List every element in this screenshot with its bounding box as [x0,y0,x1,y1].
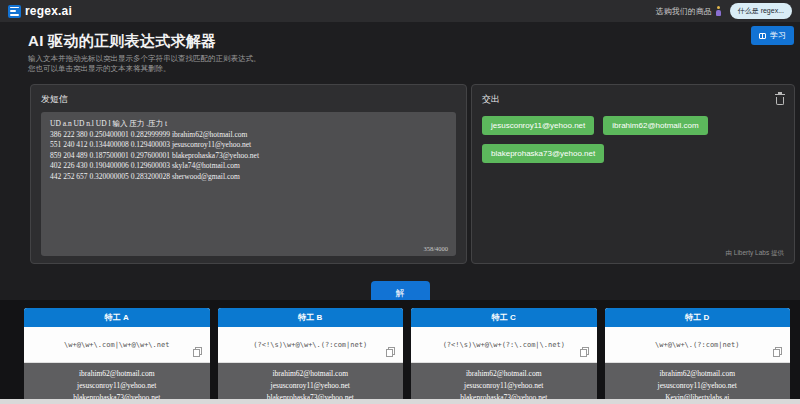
navbar-right: 选购我们的商品 什么是 regex... [656,3,792,19]
agent-match: ibrahim62@hotmail.com [411,368,597,380]
page-bottom-strip [0,399,800,404]
output-panel-head: 交出 [482,93,784,106]
agent-match: jesusconroy11@yehoo.net [411,380,597,392]
copy-icon[interactable] [580,347,589,357]
match-pill[interactable]: blakeprohaska73@yehoo.net [482,144,604,163]
top-navbar: regex.ai 选购我们的商品 什么是 regex... [0,0,800,22]
regex-ai-logo-icon [8,5,21,18]
book-icon [759,33,766,39]
agent-regex: (?<!\s)\w+@\w+\.(?:com|net) [247,341,373,349]
match-pills: jesusconroy11@yehoo.net ibrahim62@hotmai… [482,116,784,163]
agent-card-b: 特工 B (?<!\s)\w+@\w+\.(?:com|net) ibrahim… [218,308,404,404]
agent-match: jesusconroy11@yehoo.net [218,380,404,392]
hero-subtitle-line2: 您也可以单击突出显示的文本来将其删除。 [28,64,772,74]
agent-card-header: 特工 A [24,308,210,327]
input-text-line: 859 204 489 0.187500001 0.297600001 blak… [50,151,447,162]
learn-button-label: 学习 [770,30,786,41]
powered-by-label: 由 Liberty Labs 提供 [725,249,784,258]
agent-regex-area: \w+@\w+\.com|\w+@\w+\.net [24,327,210,363]
agent-match-list: ibrahim62@hotmail.com jesusconroy11@yeho… [24,363,210,404]
agent-regex: \w+@\w+\.com|\w+@\w+\.net [58,341,175,349]
agent-card-c: 特工 C (?<!\s)\w+@\w+(?:\.com|\.net) ibrah… [411,308,597,404]
agent-match: ibrahim62@hotmail.com [24,368,210,380]
char-counter: 358/4000 [423,245,448,252]
brand-name: regex.ai [25,4,72,18]
workspace-panels: 发短信 UD a.n UD n.l UD l 输入 压力 .压力 t 386 2… [30,84,795,264]
output-panel-title: 交出 [482,93,500,106]
agent-regex-area: (?<!\s)\w+@\w+(?:\.com|\.net) [411,327,597,363]
copy-icon[interactable] [773,347,782,357]
input-text-line: 442 252 657 0.320000005 0.283200028 sher… [50,172,447,183]
shop-products-label: 选购我们的商品 [656,6,712,17]
input-text-line: 386 222 380 0.250400001 0.282999999 ibra… [50,130,447,141]
input-panel: 发短信 UD a.n UD n.l UD l 输入 压力 .压力 t 386 2… [30,84,467,264]
person-icon [715,6,722,16]
agent-card-d: 特工 D \w+@\w+\.(?:com|net) ibrahim62@hotm… [605,308,791,404]
shop-products-link[interactable]: 选购我们的商品 [656,6,722,17]
input-text-line: UD a.n UD n.l UD l 输入 压力 .压力 t [50,119,447,130]
input-panel-title: 发短信 [41,93,456,106]
agent-regex-area: (?<!\s)\w+@\w+\.(?:com|net) [218,327,404,363]
input-textarea[interactable]: UD a.n UD n.l UD l 输入 压力 .压力 t 386 222 3… [41,112,456,256]
hero-subtitle-line1: 输入文本并拖动光标以突出显示多个字符串以查找匹配的正则表达式。 [28,54,772,64]
match-pill[interactable]: ibrahim62@hotmail.com [603,116,707,135]
agent-match: ibrahim62@hotmail.com [218,368,404,380]
match-pill[interactable]: jesusconroy11@yehoo.net [482,116,594,135]
agents-section: 特工 A \w+@\w+\.com|\w+@\w+\.net ibrahim62… [0,300,800,404]
agent-regex: \w+@\w+\.(?:com|net) [649,341,745,349]
agent-match: jesusconroy11@yehoo.net [605,380,791,392]
agent-card-a: 特工 A \w+@\w+\.com|\w+@\w+\.net ibrahim62… [24,308,210,404]
trash-icon[interactable] [776,97,784,105]
output-panel: 交出 jesusconroy11@yehoo.net ibrahim62@hot… [471,84,795,264]
hero-section: AI 驱动的正则表达式求解器 学习 输入文本并拖动光标以突出显示多个字符串以查找… [0,22,800,74]
input-text-line: 551 240 412 0.134400008 0.129400003 jesu… [50,140,447,151]
agent-card-header: 特工 D [605,308,791,327]
learn-button[interactable]: 学习 [751,26,794,45]
agent-card-header: 特工 C [411,308,597,327]
agent-match-list: ibrahim62@hotmail.com jesusconroy11@yeho… [411,363,597,404]
input-text-line: 402 226 430 0.190400006 0.129600003 skyl… [50,161,447,172]
agent-match: jesusconroy11@yehoo.net [24,380,210,392]
agent-match: ibrahim62@hotmail.com [605,368,791,380]
brand[interactable]: regex.ai [8,4,72,18]
agent-match-list: ibrahim62@hotmail.com jesusconroy11@yeho… [218,363,404,404]
copy-icon[interactable] [193,347,202,357]
copy-icon[interactable] [386,347,395,357]
agent-regex-area: \w+@\w+\.(?:com|net) [605,327,791,363]
agent-regex: (?<!\s)\w+@\w+(?:\.com|\.net) [437,341,571,349]
page-title: AI 驱动的正则表达式求解器 [28,32,772,51]
what-is-regex-button[interactable]: 什么是 regex... [730,3,792,19]
agent-match-list: ibrahim62@hotmail.com jesusconroy11@yeho… [605,363,791,404]
agent-card-header: 特工 B [218,308,404,327]
